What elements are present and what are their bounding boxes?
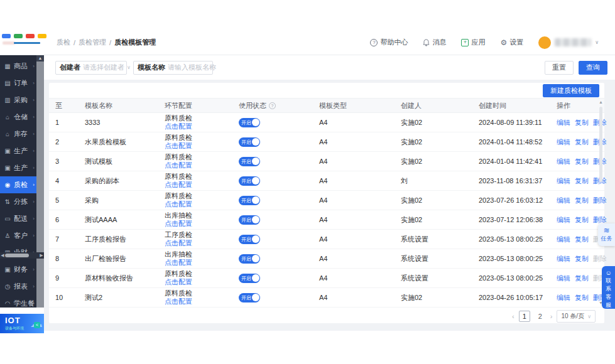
scroll-left-icon[interactable]: ◀ [0, 252, 5, 259]
task-panel-button[interactable]: ≋ 任务 [598, 223, 615, 246]
configure-link[interactable]: 点击配置 [165, 200, 239, 208]
status-toggle[interactable]: 开启 [239, 254, 260, 264]
copy-link[interactable]: 复制 [575, 274, 589, 283]
sidebar-item-production2[interactable]: ▣生产› [0, 159, 36, 176]
scroll-right-icon[interactable]: ▶ [39, 252, 44, 259]
scrollbar-thumb[interactable] [599, 107, 602, 182]
pagination-prev-icon[interactable]: ‹ [512, 313, 514, 320]
sidebar-item-warehouse[interactable]: ⌂仓储› [0, 109, 36, 126]
sidebar-vertical-scrollbar[interactable]: ▲ [36, 55, 44, 308]
template-name-input[interactable]: 模板名称 请输入模板名称 [133, 61, 213, 75]
sidebar-item-reports[interactable]: ◷报表› [0, 278, 36, 295]
copy-link[interactable]: 复制 [575, 176, 589, 186]
status-toggle[interactable]: 开启 [239, 196, 260, 205]
edit-link[interactable]: 编辑 [557, 157, 570, 166]
logo-chip-blue [2, 34, 11, 38]
edit-link[interactable]: 编辑 [557, 274, 570, 283]
app-logo [0, 30, 52, 55]
sidebar-item-products[interactable]: ▦商品› [0, 58, 36, 75]
edit-link[interactable]: 编辑 [557, 118, 570, 127]
page-size-select[interactable]: 10 条/页 ∨ [557, 310, 596, 323]
scroll-up-icon[interactable]: ▲ [36, 55, 44, 62]
new-template-button[interactable]: 新建质检模板 [543, 84, 599, 97]
toggle-on-label: 开启 [239, 236, 251, 243]
copy-link[interactable]: 复制 [575, 118, 589, 127]
edit-link[interactable]: 编辑 [557, 137, 570, 147]
template-name-label: 模板名称 [138, 63, 165, 72]
configure-link[interactable]: 点击配置 [165, 142, 239, 150]
sidebar-horizontal-scrollbar[interactable]: ◀ ▶ [0, 252, 44, 259]
sidebar-item-finance[interactable]: ▣财务› [0, 261, 36, 278]
reset-button[interactable]: 重置 [545, 61, 574, 75]
status-toggle[interactable]: 开启 [239, 235, 260, 244]
edit-link[interactable]: 编辑 [557, 254, 570, 264]
stage-config-cell: 原料质检点击配置 [165, 134, 239, 150]
sidebar-item-inventory[interactable]: ⌂库存› [0, 126, 36, 142]
creator-select[interactable]: 创建者 请选择创建者 ∨ [55, 61, 127, 75]
creator-select-label: 创建者 [60, 63, 80, 72]
iot-banner[interactable]: IOT 设备与环境 ☁ < [0, 314, 44, 333]
pagination-page-1[interactable]: 1 [519, 311, 530, 322]
edit-link[interactable]: 编辑 [557, 196, 570, 205]
copy-link[interactable]: 复制 [575, 293, 589, 302]
status-toggle[interactable]: 开启 [239, 215, 260, 225]
pagination-next-icon[interactable]: › [550, 313, 553, 320]
settings-button[interactable]: ⚙ 设置 [500, 38, 523, 47]
scrollbar-thumb[interactable] [5, 254, 29, 257]
edit-link[interactable]: 编辑 [557, 176, 570, 186]
sidebar-item-label: 生产 [14, 163, 28, 173]
configure-link[interactable]: 点击配置 [165, 259, 239, 267]
apps-button[interactable]: + 应用 [461, 38, 485, 47]
sidebar-item-production[interactable]: ▣生产› [0, 142, 36, 159]
copy-link[interactable]: 复制 [575, 215, 589, 225]
copy-link[interactable]: 复制 [575, 235, 589, 244]
configure-link[interactable]: 点击配置 [165, 278, 239, 286]
chevron-right-icon: › [33, 165, 35, 171]
toggle-knob [252, 294, 259, 301]
search-button[interactable]: 查询 [579, 61, 607, 75]
status-toggle[interactable]: 开启 [239, 176, 260, 186]
configure-link[interactable]: 点击配置 [165, 239, 239, 247]
sidebar-item-quality[interactable]: ◉质检› [0, 176, 36, 193]
sidebar-item-delivery[interactable]: ▭配送› [0, 210, 36, 227]
column-header-index: 至 [55, 101, 85, 110]
configure-link[interactable]: 点击配置 [165, 122, 239, 131]
gear-icon: ⚙ [500, 38, 507, 47]
products-icon: ▦ [4, 63, 11, 70]
configure-link[interactable]: 点击配置 [165, 181, 239, 189]
copy-link[interactable]: 复制 [575, 196, 589, 205]
info-circle-icon[interactable]: ? [269, 102, 276, 109]
breadcrumb-item[interactable]: 质检 [57, 38, 70, 47]
user-avatar[interactable] [538, 36, 551, 49]
scroll-up-icon[interactable]: ▲ [598, 99, 604, 105]
copy-link[interactable]: 复制 [575, 157, 589, 166]
apps-label: 应用 [471, 38, 485, 47]
status-toggle[interactable]: 开启 [239, 293, 260, 302]
creator-name: 实施02 [401, 196, 479, 205]
help-center-button[interactable]: ? 帮助中心 [370, 38, 408, 47]
breadcrumb-item[interactable]: 质检管理 [79, 38, 106, 47]
configure-link[interactable]: 点击配置 [165, 161, 239, 169]
user-menu[interactable]: ∨ [538, 36, 599, 49]
status-toggle[interactable]: 开启 [239, 274, 260, 283]
pagination-page-2[interactable]: 2 [535, 311, 546, 322]
status-toggle[interactable]: 开启 [239, 157, 260, 166]
sidebar-item-orders[interactable]: ▤订单› [0, 75, 36, 92]
top-header: 质检 / 质检管理 / 质检模板管理 ? 帮助中心 消息 + 应用 ⚙ 设置 ∨ [0, 30, 615, 55]
status-toggle[interactable]: 开启 [239, 137, 260, 147]
status-toggle[interactable]: 开启 [239, 118, 260, 127]
sidebar-item-sorting[interactable]: ⇅分拣› [0, 193, 36, 210]
edit-link[interactable]: 编辑 [557, 215, 570, 225]
logo-chip-red [26, 34, 35, 38]
contact-service-button[interactable]: ☺ 联系客服 [602, 266, 615, 309]
sidebar-item-student-meal[interactable]: ◠学生餐› [0, 295, 36, 312]
configure-link[interactable]: 点击配置 [165, 297, 239, 306]
copy-link[interactable]: 复制 [575, 137, 589, 147]
copy-link[interactable]: 复制 [575, 254, 589, 264]
sidebar-item-procurement[interactable]: ▥采购› [0, 92, 36, 109]
edit-link[interactable]: 编辑 [557, 293, 570, 302]
edit-link[interactable]: 编辑 [557, 235, 570, 244]
messages-button[interactable]: 消息 [423, 38, 446, 47]
configure-link[interactable]: 点击配置 [165, 220, 239, 228]
sidebar-item-customers[interactable]: ♙客户› [0, 227, 36, 244]
